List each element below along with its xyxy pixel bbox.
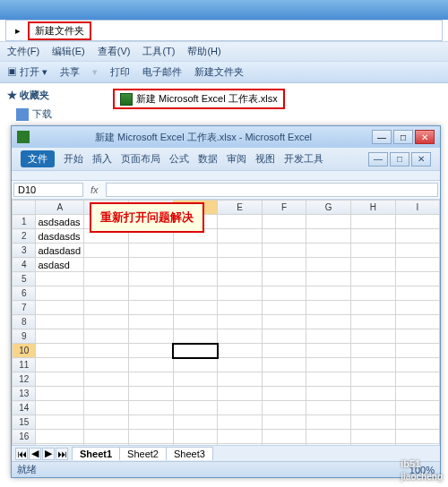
doc-minimize-button[interactable]: — [368,152,388,167]
cell-E10[interactable] [218,344,263,358]
cell-D15[interactable] [173,415,218,430]
tab-review[interactable]: 审阅 [227,152,246,166]
cell-F5[interactable] [262,272,306,286]
cell-B12[interactable] [84,372,129,387]
cell-H4[interactable] [350,258,395,272]
cell-C5[interactable] [128,272,173,286]
row-header-8[interactable]: 8 [13,315,36,329]
cell-F4[interactable] [262,258,306,272]
cell-I4[interactable] [395,258,439,272]
sheet-tab-2[interactable]: Sheet2 [119,447,167,460]
cell-C8[interactable] [128,315,173,329]
cell-H2[interactable] [350,229,395,244]
cell-F8[interactable] [262,315,306,329]
col-header-H[interactable]: H [350,201,395,215]
cell-H1[interactable] [350,215,395,229]
cell-C10[interactable] [128,344,173,358]
newfolder-button[interactable]: 新建文件夹 [194,65,244,79]
cell-G10[interactable] [306,344,351,358]
cell-F3[interactable] [262,244,306,258]
cell-G7[interactable] [306,301,351,315]
cell-F2[interactable] [262,229,306,244]
cell-A5[interactable] [36,272,84,286]
excel-titlebar[interactable]: 新建 Microsoft Excel 工作表.xlsx - Microsoft … [12,126,440,148]
cell-I12[interactable] [395,372,439,387]
row-header-9[interactable]: 9 [13,329,36,344]
cell-D10[interactable] [173,344,218,358]
cell-E13[interactable] [218,387,263,401]
cell-E3[interactable] [218,244,263,258]
cell-H6[interactable] [350,286,395,301]
col-header-I[interactable]: I [395,201,439,215]
cell-A13[interactable] [36,387,84,401]
row-header-2[interactable]: 2 [13,229,36,244]
row-header-12[interactable]: 12 [13,372,36,387]
cell-H5[interactable] [350,272,395,286]
cell-B15[interactable] [84,415,129,430]
cell-E9[interactable] [218,329,263,344]
row-header-13[interactable]: 13 [13,387,36,401]
cell-H13[interactable] [350,387,395,401]
tab-data[interactable]: 数据 [198,152,218,166]
cell-B13[interactable] [84,387,129,401]
breadcrumb[interactable]: ▸ 新建文件夹 [5,20,443,41]
sheet-nav-next-icon[interactable]: ▶ [42,448,55,460]
cell-A14[interactable] [36,401,84,415]
cell-B3[interactable] [84,244,129,258]
cell-I11[interactable] [395,358,439,372]
cell-E1[interactable] [218,215,263,229]
cell-D6[interactable] [173,286,218,301]
cell-E7[interactable] [218,301,263,315]
cell-A16[interactable] [36,430,84,444]
row-header-6[interactable]: 6 [13,286,36,301]
cell-D5[interactable] [173,272,218,286]
cell-H8[interactable] [350,315,395,329]
cell-F1[interactable] [262,215,306,229]
row-header-3[interactable]: 3 [13,244,36,258]
open-button[interactable]: ▣ 打开 ▾ [7,65,47,79]
row-header-1[interactable]: 1 [13,215,36,229]
cell-I3[interactable] [395,244,439,258]
cell-B14[interactable] [84,401,129,415]
row-header-7[interactable]: 7 [13,301,36,315]
cell-H16[interactable] [350,430,395,444]
cell-A1[interactable]: asdsadas [36,215,84,229]
cell-D16[interactable] [173,430,218,444]
cell-C11[interactable] [128,358,173,372]
menu-edit[interactable]: 编辑(E) [52,45,85,58]
cell-A15[interactable] [36,415,84,430]
cell-E8[interactable] [218,315,263,329]
cell-I13[interactable] [395,387,439,401]
cell-D12[interactable] [173,372,218,387]
col-header-F[interactable]: F [262,201,306,215]
cell-F10[interactable] [262,344,306,358]
col-header-E[interactable]: E [218,201,263,215]
cell-G9[interactable] [306,329,351,344]
cell-A6[interactable] [36,286,84,301]
cell-I1[interactable] [395,215,439,229]
file-item[interactable]: 新建 Microsoft Excel 工作表.xlsx [113,89,285,109]
cell-G2[interactable] [306,229,351,244]
cell-D4[interactable] [173,258,218,272]
sheet-tab-1[interactable]: Sheet1 [72,447,120,460]
formula-bar[interactable] [106,183,438,197]
cell-H11[interactable] [350,358,395,372]
cell-G4[interactable] [306,258,351,272]
cell-I9[interactable] [395,329,439,344]
tab-layout[interactable]: 页面布局 [121,152,160,166]
cell-F9[interactable] [262,329,306,344]
maximize-button[interactable]: □ [393,130,413,144]
cell-H15[interactable] [350,415,395,430]
email-button[interactable]: 电子邮件 [142,65,182,79]
zoom-level[interactable]: 100% [409,465,435,475]
cell-C6[interactable] [128,286,173,301]
tab-view[interactable]: 视图 [255,152,275,166]
cell-B5[interactable] [84,272,129,286]
cell-E16[interactable] [218,430,263,444]
cell-F15[interactable] [262,415,306,430]
cell-I7[interactable] [395,301,439,315]
cell-B11[interactable] [84,358,129,372]
share-button[interactable]: 共享 [60,65,80,79]
cell-H3[interactable] [350,244,395,258]
doc-restore-button[interactable]: □ [390,152,409,167]
